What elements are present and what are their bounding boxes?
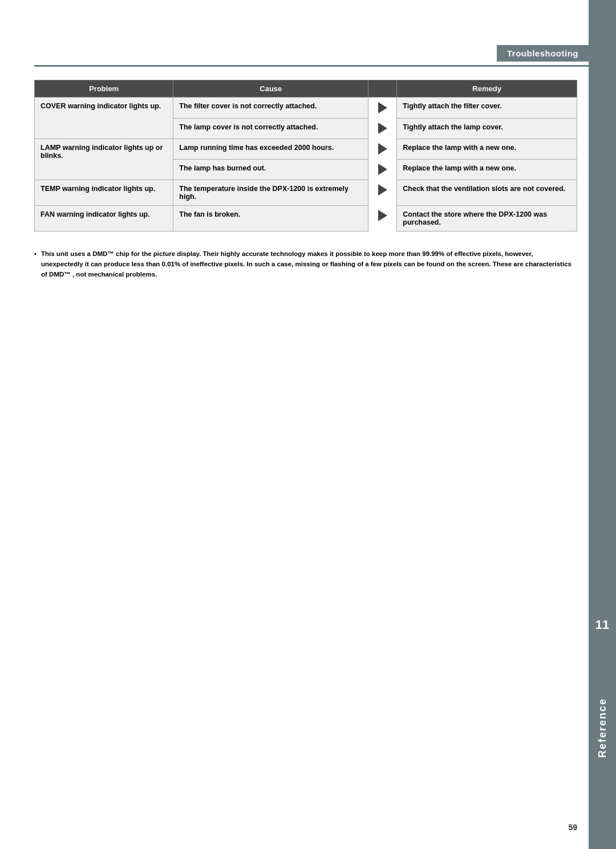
cause-lamp-1: Lamp running time has exceeded 2000 hour…: [173, 139, 368, 159]
troubleshooting-table: Problem Cause Remedy COVER warning indic…: [34, 80, 577, 231]
note-section: • This unit uses a DMD™ chip for the pic…: [34, 249, 577, 280]
remedy-lamp-1: Replace the lamp with a new one.: [397, 139, 577, 159]
arrow-icon: [378, 143, 387, 155]
header-line: [34, 65, 589, 67]
table-row: FAN warning indicator lights up. The fan…: [35, 205, 577, 231]
col-header-cause: Cause: [173, 80, 368, 98]
table-row: COVER warning indicator lights up. The f…: [35, 98, 577, 119]
arrow-3: [368, 139, 397, 159]
page-number: 59: [568, 823, 577, 832]
remedy-cover-2: Tightly attach the lamp cover.: [397, 118, 577, 139]
col-header-remedy: Remedy: [397, 80, 577, 98]
remedy-temp-1: Check that the ventilation slots are not…: [397, 180, 577, 205]
remedy-lamp-2: Replace the lamp with a new one.: [397, 159, 577, 180]
page-container: 11 Reference Troubleshooting Problem Cau…: [0, 0, 616, 849]
problem-fan: FAN warning indicator lights up.: [35, 205, 173, 231]
arrow-6: [368, 205, 397, 231]
arrow-icon: [378, 184, 387, 196]
sidebar-reference-label: Reference: [589, 698, 616, 758]
cause-lamp-2: The lamp has burned out.: [173, 159, 368, 180]
page-title: Troubleshooting: [497, 45, 589, 62]
note-bullet: •: [34, 249, 37, 259]
remedy-cover-1: Tightly attach the filter cover.: [397, 98, 577, 119]
arrow-icon: [378, 210, 387, 221]
cause-cover-1: The filter cover is not correctly attach…: [173, 98, 368, 119]
note-text: This unit uses a DMD™ chip for the pictu…: [41, 249, 572, 280]
cause-cover-2: The lamp cover is not correctly attached…: [173, 118, 368, 139]
cause-temp-1: The temperature inside the DPX-1200 is e…: [173, 180, 368, 205]
arrow-2: [368, 118, 397, 139]
table-row: LAMP warning indicator lights up or blin…: [35, 139, 577, 159]
header-bar: Troubleshooting: [34, 43, 589, 63]
table-row: TEMP warning indicator lights up. The te…: [35, 180, 577, 205]
col-header-problem: Problem: [35, 80, 173, 98]
problem-temp: TEMP warning indicator lights up.: [35, 180, 173, 205]
arrow-icon: [378, 102, 387, 113]
arrow-5: [368, 180, 397, 205]
remedy-fan-1: Contact the store where the DPX-1200 was…: [397, 205, 577, 231]
arrow-4: [368, 159, 397, 180]
content-area: Problem Cause Remedy COVER warning indic…: [34, 80, 577, 280]
arrow-icon: [378, 164, 387, 175]
right-sidebar: 11 Reference: [589, 0, 616, 849]
problem-cover: COVER warning indicator lights up.: [35, 98, 173, 139]
sidebar-page-number: 11: [589, 618, 616, 632]
arrow-icon: [378, 123, 387, 134]
cause-fan-1: The fan is broken.: [173, 205, 368, 231]
col-header-arrow-spacer: [368, 80, 397, 98]
arrow-1: [368, 98, 397, 119]
problem-lamp: LAMP warning indicator lights up or blin…: [35, 139, 173, 180]
